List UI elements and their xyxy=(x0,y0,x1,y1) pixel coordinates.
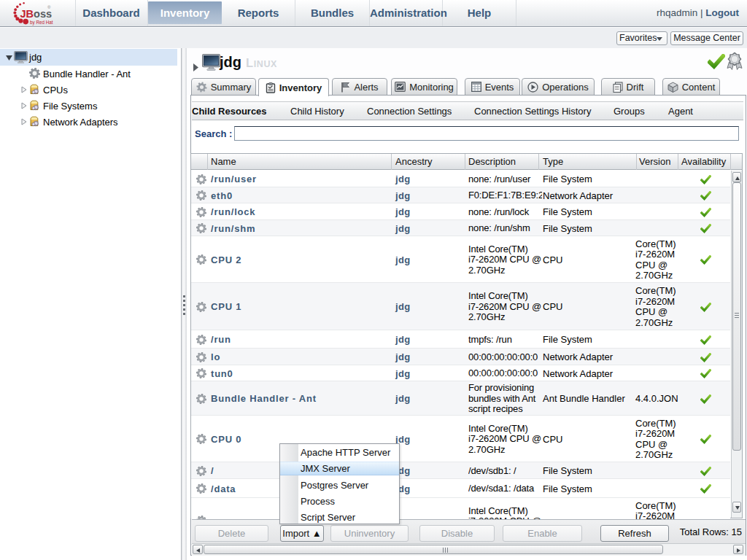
svg-text:®: ® xyxy=(47,5,51,9)
svg-text:by Red Hat: by Red Hat xyxy=(30,20,53,26)
